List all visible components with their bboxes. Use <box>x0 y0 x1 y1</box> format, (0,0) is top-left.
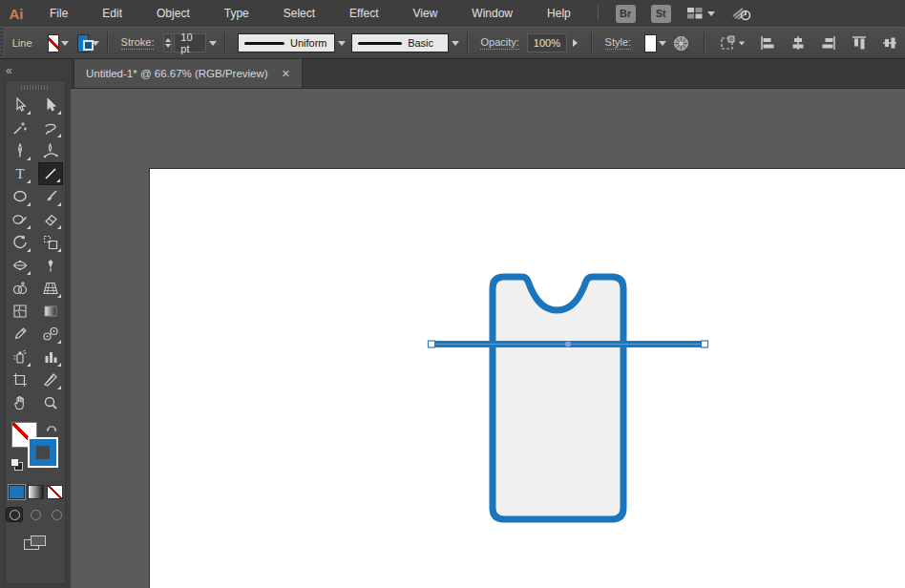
menu-help[interactable]: Help <box>530 0 588 27</box>
stroke-weight-dropdown[interactable] <box>208 34 217 52</box>
document-tab[interactable]: Untitled-1* @ 66.67% (RGB/Preview) ✕ <box>74 58 303 88</box>
collapse-panel-button[interactable]: « <box>6 64 11 77</box>
graphic-style-swatch[interactable] <box>644 34 657 52</box>
shaper-tool[interactable] <box>8 208 32 231</box>
document-tab-bar: Untitled-1* @ 66.67% (RGB/Preview) ✕ <box>71 59 905 89</box>
stroke-proxy-swatch[interactable] <box>28 437 58 468</box>
shaper-icon <box>11 211 29 228</box>
shape-builder-tool[interactable] <box>8 277 32 300</box>
stock-button[interactable]: St <box>651 5 671 23</box>
width-profile-combo[interactable]: Uniform <box>238 33 335 52</box>
menu-file[interactable]: File <box>32 0 85 27</box>
control-bar-grip[interactable] <box>0 28 5 58</box>
type-glyph: T <box>15 166 24 181</box>
menu-type[interactable]: Type <box>207 0 266 27</box>
scale-tool[interactable] <box>38 231 63 254</box>
swap-fill-stroke-button[interactable] <box>45 422 58 433</box>
draw-normal-button[interactable] <box>6 507 23 522</box>
menu-divider <box>598 6 599 21</box>
gpu-performance-toggle[interactable] <box>730 5 753 22</box>
gradient-tool[interactable] <box>38 300 63 323</box>
paintbrush-tool[interactable] <box>38 185 63 208</box>
close-tab-icon[interactable]: ✕ <box>282 68 290 80</box>
workspace-layout-icon <box>686 7 704 20</box>
stroke-panel-link[interactable]: Stroke: <box>121 36 155 50</box>
graphic-style-dropdown[interactable] <box>659 34 667 52</box>
curvature-tool[interactable] <box>38 139 63 162</box>
align-right-button[interactable] <box>820 34 837 52</box>
color-button[interactable] <box>9 485 25 499</box>
menu-effect[interactable]: Effect <box>332 0 395 27</box>
change-screen-mode-button[interactable] <box>24 536 47 551</box>
artboard-tool[interactable] <box>8 368 32 391</box>
notched-rectangle-shape[interactable] <box>493 277 623 519</box>
hand-tool[interactable] <box>8 391 32 414</box>
draw-behind-button[interactable] <box>27 507 44 522</box>
menu-edit[interactable]: Edit <box>85 0 139 27</box>
direct-selection-tool[interactable] <box>38 94 63 116</box>
width-tool[interactable] <box>8 254 32 277</box>
column-graph-icon <box>42 348 59 366</box>
pen-tool[interactable] <box>8 139 32 162</box>
column-graph-tool[interactable] <box>38 346 63 368</box>
workspace-switcher[interactable] <box>686 7 715 20</box>
mesh-tool[interactable] <box>8 300 32 323</box>
type-tool[interactable]: T <box>8 162 32 185</box>
fill-color-dropdown[interactable] <box>61 34 70 52</box>
style-panel-link[interactable]: Style: <box>605 36 632 50</box>
fill-color-swatch[interactable] <box>48 34 60 52</box>
toolbox-grip[interactable] <box>21 85 50 90</box>
rotate-tool[interactable] <box>8 231 32 254</box>
selection-tool[interactable] <box>8 94 32 116</box>
stroke-weight-field[interactable]: 10 pt <box>174 33 206 52</box>
slice-tool[interactable] <box>38 368 63 391</box>
opacity-expand-icon[interactable] <box>573 39 578 47</box>
chevron-down-icon <box>659 41 666 46</box>
line-segment-tool[interactable] <box>38 162 63 185</box>
magic-wand-tool[interactable] <box>8 116 32 139</box>
artwork-layer <box>71 89 905 588</box>
menu-window[interactable]: Window <box>454 0 530 27</box>
puppet-warp-tool[interactable] <box>38 254 63 277</box>
perspective-grid-tool[interactable] <box>38 277 63 300</box>
tool-grid: T <box>8 94 63 414</box>
bridge-button[interactable]: Br <box>616 5 636 23</box>
transform-menu-button[interactable] <box>719 34 746 52</box>
opacity-panel-link[interactable]: Opacity: <box>480 36 518 50</box>
right-endpoint-handle[interactable] <box>702 341 708 347</box>
align-top-button[interactable] <box>851 34 868 52</box>
blend-tool[interactable] <box>38 323 63 346</box>
recolor-artwork-button[interactable] <box>673 35 689 52</box>
default-fill-stroke-button[interactable] <box>11 458 23 471</box>
eyedropper-tool[interactable] <box>8 323 32 346</box>
stroke-weight-stepper[interactable] <box>163 33 172 52</box>
align-center-button[interactable] <box>789 34 807 52</box>
align-vcenter-button[interactable] <box>881 34 898 52</box>
zoom-magnifier-icon <box>42 394 59 411</box>
width-profile-dropdown[interactable] <box>337 34 346 52</box>
gradient-button[interactable] <box>28 485 44 499</box>
draw-inside-button[interactable] <box>48 507 65 522</box>
draw-normal-icon <box>10 510 20 520</box>
lasso-tool[interactable] <box>38 116 63 139</box>
draw-inside-icon <box>52 510 62 520</box>
menu-select[interactable]: Select <box>266 0 332 27</box>
fill-stroke-proxy <box>5 422 66 479</box>
brush-dropdown[interactable] <box>451 34 459 52</box>
opacity-field[interactable]: 100% <box>527 33 567 52</box>
left-endpoint-handle[interactable] <box>429 341 435 347</box>
zoom-tool[interactable] <box>38 391 63 414</box>
menu-view[interactable]: View <box>396 0 455 27</box>
stroke-color-swatch[interactable] <box>77 34 90 52</box>
menu-object[interactable]: Object <box>139 0 207 27</box>
align-left-button[interactable] <box>759 34 776 52</box>
symbol-sprayer-tool[interactable] <box>8 346 32 368</box>
brush-combo[interactable]: Basic <box>351 33 449 52</box>
center-anchor-point[interactable] <box>565 342 571 347</box>
control-bar: Line Stroke: 10 pt Uniform Basic Opacity… <box>0 27 905 59</box>
ellipse-tool[interactable] <box>8 185 32 208</box>
selection-type-label: Line <box>12 37 32 49</box>
canvas[interactable] <box>71 89 905 588</box>
none-button[interactable] <box>47 485 63 499</box>
eraser-tool[interactable] <box>38 208 63 231</box>
